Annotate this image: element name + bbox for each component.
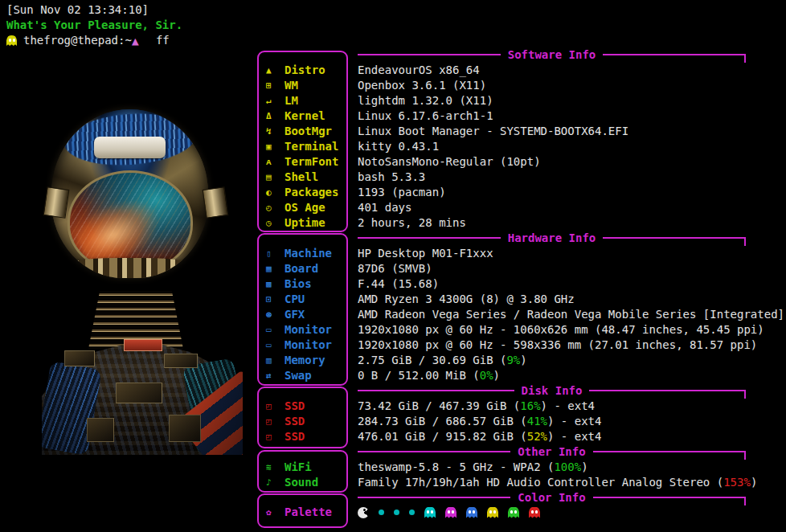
hardware-labels-box: ▯Machine▦Board▩Bios⊡CPU⊛GFX▭Monitor▭Moni… — [257, 233, 348, 386]
label-row-ssd: ◰SSD — [259, 399, 346, 414]
value-row-distro: EndeavourOS x86_64 — [358, 63, 786, 78]
login-manager-icon: ↵ — [266, 93, 285, 108]
value-segment: 476.01 GiB / 915.82 GiB ( — [358, 429, 527, 444]
label-row-board: ▦Board — [259, 261, 346, 276]
value-row-swap: 0 B / 512.00 MiB (0%) — [358, 368, 786, 383]
label-text-swap: Swap — [285, 368, 312, 383]
value-segment: 2 hours, 28 mins — [358, 215, 466, 231]
label-row-swap: ⇄Swap — [259, 368, 346, 383]
value-row-sound: Family 17h/19h/1ah HD Audio Controller A… — [358, 475, 786, 490]
packages-icon: ◐ — [266, 185, 285, 200]
value-segment: 401 days — [358, 200, 411, 215]
label-row-ssd: ◰SSD — [259, 429, 346, 444]
prompt-line[interactable]: thefrog@thepad:~ ▲ ff — [6, 33, 182, 48]
label-text-ssd: SSD — [285, 399, 305, 414]
value-row-os-age: 401 days — [358, 200, 786, 215]
color-values — [358, 505, 786, 520]
label-row-ssd: ◰SSD — [259, 414, 346, 429]
ghost-icon — [529, 507, 540, 518]
label-row-packages: ◐Packages — [259, 185, 346, 200]
label-text-kernel: Kernel — [285, 108, 325, 124]
disk-values: 73.42 GiB / 467.39 GiB (16%) - ext4284.7… — [358, 399, 786, 444]
value-segment: 1920x1080 px @ 60 Hz - 598x336 mm (27.01… — [358, 338, 757, 353]
suit-greeble — [164, 354, 198, 368]
label-text-monitor: Monitor — [285, 338, 332, 353]
label-row-shell: ▤Shell — [259, 170, 346, 185]
disk-floppy-icon: ◰ — [266, 414, 285, 429]
value-segment: Linux 6.17.6-arch1-1 — [358, 108, 493, 124]
value-segment: bash 5.3.3 — [358, 170, 425, 185]
ghost-icon — [424, 507, 436, 518]
value-segment: ) - ext4 — [547, 414, 601, 429]
label-row-lm: ↵LM — [259, 93, 346, 108]
value-segment: ) — [520, 353, 526, 368]
value-row-board: 87D6 (SMVB) — [358, 261, 786, 276]
suit-greeble — [87, 418, 114, 442]
boot-lightning-icon: ↯ — [266, 124, 285, 139]
helmet-side-block-left — [43, 186, 70, 219]
value-row-machine: HP Desktop M01-F1xxx — [358, 246, 786, 261]
os-age-clock-icon: ◴ — [266, 200, 285, 215]
label-text-bootmgr: BootMgr — [285, 124, 332, 139]
prompt-arrow-icon: ▲ — [132, 35, 139, 47]
value-row-bootmgr: Linux Boot Manager - SYSTEMD-BOOTX64.EFI — [358, 124, 786, 139]
header-label-other: Other Info — [510, 444, 592, 460]
value-segment: 284.73 GiB / 686.57 GiB ( — [358, 414, 527, 429]
cpu-chip-icon: ⊡ — [266, 292, 285, 307]
label-text-board: Board — [285, 261, 318, 276]
value-segment: ) - ext4 — [541, 399, 595, 414]
label-text-shell: Shell — [285, 170, 318, 185]
value-segment: lightdm 1.32.0 (X11) — [358, 93, 493, 108]
value-segment: 0% — [480, 368, 493, 383]
label-text-machine: Machine — [285, 246, 332, 261]
suit-greeble — [169, 415, 201, 442]
palette-dot — [394, 509, 399, 515]
value-segment: 0 B / 512.00 MiB ( — [358, 368, 480, 383]
gpu-chip-icon: ⊛ — [266, 307, 285, 322]
value-segment: 87D6 (SMVB) — [358, 261, 432, 276]
value-row-cpu: AMD Ryzen 3 4300G (8) @ 3.80 GHz — [358, 292, 786, 307]
ghost-icon — [508, 507, 519, 518]
value-row-bios: F.44 (15.68) — [358, 276, 786, 292]
value-row-termfont: NotoSansMono-Regular (10pt) — [358, 154, 786, 170]
value-row-monitor: 1920x1080 px @ 60 Hz - 1060x626 mm (48.4… — [358, 322, 786, 338]
label-row-memory: ▥Memory — [259, 353, 346, 368]
helmet-dome — [51, 109, 208, 278]
label-text-lm: LM — [285, 93, 298, 108]
kernel-tux-icon: Δ — [266, 108, 285, 124]
bios-chip-icon: ▩ — [266, 276, 285, 292]
label-text-ssd: SSD — [285, 414, 305, 429]
label-row-terminal: ▣Terminal — [259, 139, 346, 154]
label-text-cpu: CPU — [285, 292, 305, 307]
other-values: theswamp-5.8 - 5 GHz - WPA2 (100%)Family… — [358, 460, 786, 490]
value-row-packages: 1193 (pacman) — [358, 185, 786, 200]
label-text-wifi: WiFi — [285, 460, 312, 475]
terminal-screen[interactable]: [Sun Nov 02 13:34:10] What's Your Pleasu… — [0, 0, 786, 532]
label-text-packages: Packages — [285, 185, 338, 200]
label-row-wm: ⊞WM — [259, 78, 346, 93]
other-labels-box: ≋WiFi♪Sound — [257, 450, 348, 493]
shell-icon: ▤ — [266, 170, 285, 185]
value-row-palette — [358, 505, 786, 520]
color-labels-box: ✿Palette — [257, 493, 348, 528]
font-icon: ᴀ — [266, 154, 285, 170]
header-corner — [744, 237, 746, 246]
value-segment: 100% — [554, 460, 581, 475]
label-row-wifi: ≋WiFi — [259, 460, 346, 475]
label-row-monitor: ▭Monitor — [259, 322, 346, 338]
terminal-scrollback: [Sun Nov 02 13:34:10] What's Your Pleasu… — [6, 2, 182, 48]
label-text-monitor: Monitor — [285, 322, 332, 338]
other-section-header: Other Info — [358, 444, 746, 458]
value-row-ssd: 476.01 GiB / 915.82 GiB (52%) - ext4 — [358, 429, 786, 444]
value-segment: 2.75 GiB / 30.69 GiB ( — [358, 353, 506, 368]
memory-ram-icon: ▥ — [266, 353, 285, 368]
timestamp: [Sun Nov 02 13:34:10] — [6, 2, 149, 18]
wifi-icon: ≋ — [266, 460, 285, 475]
value-row-wifi: theswamp-5.8 - 5 GHz - WPA2 (100%) — [358, 460, 786, 475]
label-text-palette: Palette — [285, 505, 332, 520]
label-text-uptime: Uptime — [285, 215, 325, 231]
label-row-bios: ▩Bios — [259, 276, 346, 292]
label-row-machine: ▯Machine — [259, 246, 346, 261]
value-segment: theswamp-5.8 - 5 GHz - WPA2 ( — [358, 460, 554, 475]
ghost-icon — [466, 507, 477, 518]
